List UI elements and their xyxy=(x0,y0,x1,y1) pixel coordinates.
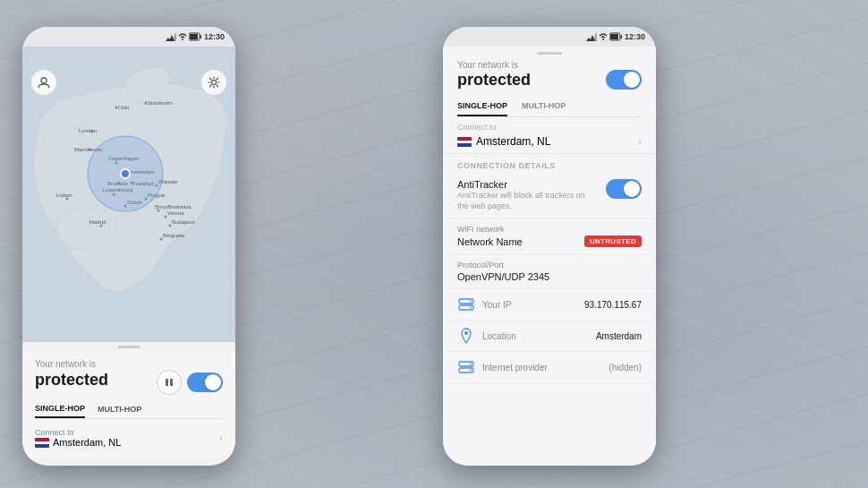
connect-row-left: Connect to Amsterdam, NL › xyxy=(35,424,223,451)
network-label-left: Your network is xyxy=(35,359,223,369)
svg-point-11 xyxy=(145,102,148,105)
right-content: Your network is protected SINGLE-HOP MUL… xyxy=(443,47,656,466)
flag-nl-right xyxy=(457,137,472,147)
chevron-right-right: › xyxy=(638,135,642,148)
svg-point-38 xyxy=(169,225,172,227)
destination-left: Amsterdam, NL xyxy=(53,437,121,448)
wifi-network-row: WiFI network Network Name UNTRUSTED xyxy=(443,218,656,254)
pin-svg xyxy=(460,328,472,344)
settings-button[interactable] xyxy=(201,70,226,95)
vpn-toggle-right[interactable] xyxy=(606,70,642,90)
connect-label-left: Connect to xyxy=(35,428,121,437)
time-right: 12:30 xyxy=(625,32,645,41)
network-label-right: Your network is xyxy=(457,60,642,70)
signal-icons-right xyxy=(586,32,622,41)
status-bar-right: 12:30 xyxy=(443,27,656,47)
svg-point-59 xyxy=(470,307,472,309)
svg-point-42 xyxy=(100,225,103,227)
vpn-toggle-left[interactable] xyxy=(187,372,223,392)
connect-to-section: Connect to Amsterdam, NL › xyxy=(443,117,656,154)
wifi-value-row: Network Name UNTRUSTED xyxy=(457,235,642,247)
tab-single-hop-right[interactable]: SINGLE-HOP xyxy=(457,97,507,116)
svg-point-44 xyxy=(66,198,69,201)
bottom-panel-left: Your network is protected SINGLE-HOP MUL… xyxy=(22,350,235,458)
wifi-label: WiFI network xyxy=(457,225,642,234)
svg-rect-49 xyxy=(170,379,173,386)
server-icon xyxy=(457,295,475,313)
pause-button[interactable] xyxy=(157,370,182,395)
tab-multi-hop-left[interactable]: MULTI-HOP xyxy=(98,401,141,417)
provider-value: (hidden) xyxy=(608,363,642,372)
svg-point-36 xyxy=(165,216,167,218)
phone-left: 12:30 xyxy=(22,27,235,466)
svg-rect-5 xyxy=(190,34,198,39)
location-left: Location xyxy=(457,327,516,345)
right-header: Your network is protected xyxy=(443,58,656,97)
tab-multi-hop-right[interactable]: MULTI-HOP xyxy=(522,97,566,116)
status-bar-left: 12:30 xyxy=(22,27,235,47)
map-area: Oslo Stockholm London London Manchester … xyxy=(22,47,235,342)
wifi-value: Network Name xyxy=(457,236,523,247)
flag-nl-left xyxy=(35,438,49,448)
gear-icon xyxy=(208,76,220,89)
connect-dest-left: Amsterdam, NL xyxy=(35,437,121,448)
svg-point-6 xyxy=(41,78,47,83)
destination-right: Amsterdam, NL xyxy=(476,135,550,148)
provider-left: Internet provider xyxy=(457,358,548,376)
connect-to-row-right[interactable]: Amsterdam, NL › xyxy=(457,135,642,148)
provider-row: Internet provider (hidden) xyxy=(443,352,656,383)
provider-icon xyxy=(457,358,475,376)
network-status-right: protected xyxy=(457,71,531,90)
location-row: Location Amsterdam xyxy=(443,321,656,352)
connection-details-header: CONNECTION DETAILS xyxy=(443,154,656,173)
antitracker-row: AntiTracker AntiTracker will block all t… xyxy=(443,173,656,218)
connect-to-dest-right: Amsterdam, NL xyxy=(457,135,550,148)
svg-point-64 xyxy=(470,370,472,372)
antitracker-text: AntiTracker AntiTracker will block all t… xyxy=(457,179,591,211)
ip-label: Your IP xyxy=(482,300,511,310)
pause-icon xyxy=(165,378,174,387)
provider-svg xyxy=(458,361,474,373)
untrusted-badge: UNTRUSTED xyxy=(584,235,642,247)
chevron-right-left: › xyxy=(219,432,223,444)
wifi-icon-left xyxy=(178,32,187,41)
svg-point-47 xyxy=(121,169,130,178)
svg-point-34 xyxy=(157,210,160,212)
provider-label: Internet provider xyxy=(482,363,548,372)
tab-single-hop-left[interactable]: SINGLE-HOP xyxy=(35,400,85,418)
antitracker-toggle[interactable] xyxy=(606,179,642,199)
network-status-left: protected xyxy=(35,371,108,390)
signal-icons-left xyxy=(166,32,201,41)
profile-button[interactable] xyxy=(31,70,56,95)
svg-rect-4 xyxy=(200,35,201,39)
location-value: Amsterdam xyxy=(596,331,642,341)
svg-marker-52 xyxy=(593,32,597,41)
svg-point-63 xyxy=(470,364,472,365)
person-icon xyxy=(38,76,50,89)
scroll-indicator-left xyxy=(22,342,235,350)
signal-icon-left xyxy=(166,32,176,41)
protocol-value: OpenVPN/UDP 2345 xyxy=(457,271,642,282)
wifi-icon-right xyxy=(599,32,608,41)
svg-marker-2 xyxy=(173,32,176,41)
location-icon xyxy=(457,327,475,345)
time-left: 12:30 xyxy=(204,32,225,41)
svg-point-9 xyxy=(115,107,118,109)
svg-rect-48 xyxy=(166,379,168,386)
svg-rect-55 xyxy=(610,34,618,39)
protocol-label: Protocol/Port xyxy=(457,261,642,270)
phone-right: 12:30 Your network is protected SINGLE-H… xyxy=(443,27,656,466)
svg-rect-54 xyxy=(620,35,622,39)
battery-icon-left xyxy=(189,32,201,41)
battery-icon-right xyxy=(609,32,622,41)
svg-point-16 xyxy=(89,149,91,151)
connect-to-label-right: Connect to xyxy=(457,123,642,132)
signal-icon-right xyxy=(586,32,597,41)
ip-value: 93.170.115.67 xyxy=(584,300,642,310)
tabs-left: SINGLE-HOP MULTI-HOP xyxy=(35,400,223,419)
svg-point-60 xyxy=(464,331,468,335)
scroll-handle-right xyxy=(443,47,656,58)
phone-top-bar xyxy=(22,66,235,98)
svg-point-7 xyxy=(212,81,217,85)
svg-point-58 xyxy=(470,301,472,303)
